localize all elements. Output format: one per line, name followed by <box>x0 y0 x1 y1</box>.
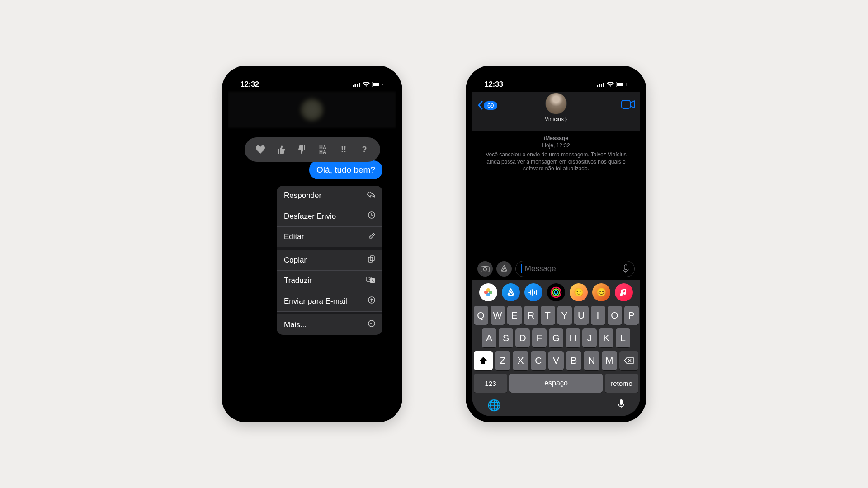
appstore-button[interactable] <box>496 261 512 277</box>
key-backspace[interactable] <box>619 351 638 370</box>
svg-rect-24 <box>617 83 623 86</box>
memoji2-app-icon[interactable]: 😊 <box>592 283 610 301</box>
key-v[interactable]: V <box>548 351 564 370</box>
svg-point-37 <box>554 291 558 294</box>
menu-copy[interactable]: Copiar <box>277 250 382 271</box>
appstore-app-icon[interactable] <box>502 283 520 301</box>
svg-point-28 <box>484 268 487 271</box>
tapback-haha-icon[interactable]: HAHA <box>315 142 330 157</box>
chevron-right-icon <box>565 117 567 122</box>
tapback-thumbsdown-icon[interactable] <box>294 142 310 157</box>
key-z[interactable]: Z <box>495 351 510 370</box>
key-x[interactable]: X <box>513 351 528 370</box>
key-w[interactable]: W <box>491 306 505 325</box>
clock: 12:32 <box>241 80 259 89</box>
keyboard-row1: Q W E R T Y U I O P <box>474 306 638 325</box>
music-app-icon[interactable] <box>615 283 633 301</box>
contact-name[interactable]: Vinícius <box>545 116 567 122</box>
contact-name-label: Vinícius <box>545 116 564 122</box>
key-numbers[interactable]: 123 <box>474 374 507 393</box>
key-o[interactable]: O <box>608 306 622 325</box>
phone-left: 12:32 HAHA !! ? Olá, t <box>222 66 402 422</box>
menu-more[interactable]: Mais... <box>277 314 382 335</box>
fitness-app-icon[interactable] <box>547 283 565 301</box>
key-k[interactable]: K <box>599 328 613 347</box>
key-j[interactable]: J <box>582 328 597 347</box>
battery-icon <box>616 82 627 87</box>
camera-button[interactable] <box>477 261 493 277</box>
mic-icon[interactable] <box>623 264 629 273</box>
key-b[interactable]: B <box>566 351 581 370</box>
timestamp-label: Hoje, 12:32 <box>481 142 631 149</box>
message-context-menu: Responder Desfazer Envio Editar Copiar T… <box>277 186 382 335</box>
key-a[interactable]: A <box>482 328 496 347</box>
wifi-icon <box>607 82 614 87</box>
key-t[interactable]: T <box>541 306 555 325</box>
unread-badge: 69 <box>484 101 497 110</box>
key-f[interactable]: F <box>532 328 547 347</box>
sent-message-bubble[interactable]: Olá, tudo bem? <box>309 160 382 179</box>
key-u[interactable]: U <box>574 306 589 325</box>
cellular-icon <box>597 82 604 87</box>
cellular-icon <box>353 82 360 87</box>
svg-rect-19 <box>597 85 598 87</box>
input-placeholder: iMessage <box>521 264 556 273</box>
menu-translate[interactable]: Traduzir 文A <box>277 271 382 291</box>
photos-app-icon[interactable] <box>479 283 497 301</box>
key-q[interactable]: Q <box>474 306 488 325</box>
camera-icon <box>481 265 490 272</box>
key-m[interactable]: M <box>602 351 617 370</box>
key-i[interactable]: I <box>591 306 605 325</box>
notch <box>276 72 348 84</box>
shift-icon <box>479 357 487 364</box>
menu-undo-send[interactable]: Desfazer Envio <box>277 206 382 227</box>
key-c[interactable]: C <box>531 351 546 370</box>
key-p[interactable]: P <box>624 306 639 325</box>
key-return[interactable]: retorno <box>605 374 638 393</box>
back-button[interactable]: 69 <box>477 101 497 110</box>
tapback-thumbsup-icon[interactable] <box>274 142 289 157</box>
keyboard-row4: 123 espaço retorno <box>474 374 638 393</box>
menu-reply-label: Responder <box>284 191 321 200</box>
arrow-up-circle-icon <box>368 296 375 306</box>
svg-rect-22 <box>603 83 604 87</box>
key-d[interactable]: D <box>515 328 530 347</box>
tapback-question-icon[interactable]: ? <box>357 142 372 157</box>
key-shift[interactable] <box>474 351 493 370</box>
key-space[interactable]: espaço <box>509 374 603 393</box>
menu-email-label: Enviar para E-mail <box>284 297 347 306</box>
pencil-icon <box>369 232 375 241</box>
dictate-button[interactable] <box>618 399 625 412</box>
key-n[interactable]: N <box>584 351 599 370</box>
svg-rect-21 <box>601 84 602 87</box>
svg-point-18 <box>373 323 373 324</box>
tapback-exclaim-icon[interactable]: !! <box>336 142 351 157</box>
facetime-button[interactable] <box>621 100 635 111</box>
svg-text:A: A <box>372 279 374 282</box>
key-l[interactable]: L <box>616 328 630 347</box>
status-icons <box>353 82 383 87</box>
message-input[interactable]: iMessage <box>515 261 635 277</box>
svg-rect-26 <box>622 100 630 108</box>
menu-send-email[interactable]: Enviar para E-mail <box>277 291 382 312</box>
memoji1-app-icon[interactable]: 🙂 <box>570 283 588 301</box>
composer-row: iMessage <box>472 258 640 280</box>
svg-rect-38 <box>620 399 623 405</box>
appstore-icon <box>500 265 508 273</box>
tapback-heart-icon[interactable] <box>253 142 268 157</box>
key-g[interactable]: G <box>549 328 563 347</box>
key-h[interactable]: H <box>566 328 580 347</box>
notch <box>520 72 592 84</box>
tapback-bar: HAHA !! ? <box>245 137 380 162</box>
emoji-button[interactable]: 🌐 <box>487 399 501 412</box>
audio-app-icon[interactable] <box>524 283 542 301</box>
menu-undo-label: Desfazer Envio <box>284 212 336 221</box>
key-y[interactable]: Y <box>557 306 572 325</box>
contact-avatar[interactable] <box>545 93 567 114</box>
key-s[interactable]: S <box>499 328 513 347</box>
key-r[interactable]: R <box>524 306 538 325</box>
backspace-icon <box>624 357 634 364</box>
key-e[interactable]: E <box>507 306 522 325</box>
menu-reply[interactable]: Responder <box>277 186 382 206</box>
menu-edit[interactable]: Editar <box>277 227 382 247</box>
